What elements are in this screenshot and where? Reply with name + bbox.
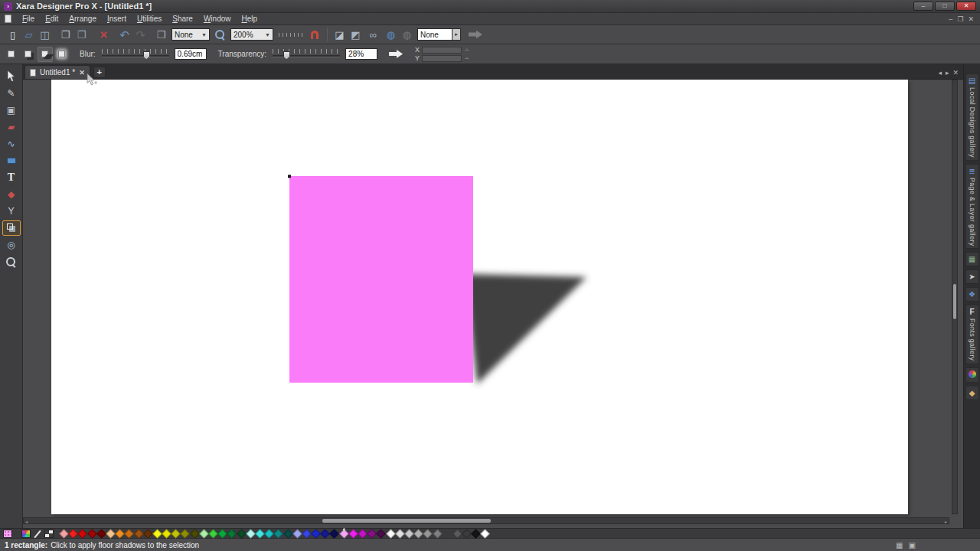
tab-untitled1[interactable]: Untitled1 * ✕: [24, 65, 90, 79]
transparency-slider-thumb[interactable]: [283, 51, 290, 60]
export-icon[interactable]: ❐: [75, 28, 88, 41]
color-swatch[interactable]: [386, 529, 396, 539]
document-page[interactable]: [51, 80, 908, 514]
color-swatch[interactable]: [433, 529, 443, 539]
color-swatch[interactable]: [181, 529, 191, 539]
mdi-minimize-icon[interactable]: –: [949, 15, 952, 24]
blur-value-field[interactable]: [175, 48, 207, 60]
color-swatch[interactable]: [283, 529, 293, 539]
shadow-mode-floor[interactable]: [38, 47, 53, 62]
maximize-button[interactable]: □: [935, 2, 955, 11]
name-gallery-tab[interactable]: ◆: [965, 386, 979, 400]
color-gallery-tab[interactable]: [965, 367, 979, 383]
save-icon[interactable]: ◫: [38, 28, 51, 41]
vertical-scrollbar-thumb[interactable]: [953, 284, 956, 319]
fonts-gallery-tab[interactable]: FFonts gallery: [965, 305, 979, 364]
menu-arrange[interactable]: Arrange: [64, 14, 102, 24]
scroll-right-icon[interactable]: ▸: [945, 519, 947, 524]
new-document-icon[interactable]: ▯: [6, 28, 19, 41]
menu-utilities[interactable]: Utilities: [132, 14, 167, 24]
no-color-swatch[interactable]: [44, 530, 54, 538]
clipart-gallery-tab[interactable]: ❖: [965, 287, 979, 302]
page-layer-gallery-tab[interactable]: ≣Page & Layer gallery: [965, 164, 979, 249]
apply-shadow-arrow-icon[interactable]: [389, 50, 403, 58]
preview-website-icon[interactable]: ◩: [349, 28, 362, 41]
color-editor-icon[interactable]: [21, 530, 31, 538]
zoom-level-dropdown[interactable]: 200% ▼: [230, 28, 273, 41]
web-properties-icon[interactable]: ◍: [384, 28, 397, 41]
color-swatch[interactable]: [78, 529, 88, 539]
shadow-mode-glow[interactable]: [54, 47, 70, 62]
selection-handle[interactable]: [288, 175, 291, 178]
snap-magnet-icon[interactable]: [311, 31, 318, 39]
selector-tool[interactable]: [2, 69, 21, 84]
apply-names-arrow-icon[interactable]: [469, 31, 482, 39]
blur-slider[interactable]: [102, 49, 169, 60]
horizontal-scrollbar-thumb[interactable]: [322, 519, 491, 523]
zoom-tool[interactable]: [2, 254, 21, 269]
link-icon[interactable]: ∞: [367, 28, 380, 41]
color-swatch[interactable]: [480, 529, 490, 539]
color-swatch[interactable]: [339, 529, 349, 539]
color-swatch[interactable]: [87, 529, 97, 539]
mdi-restore-icon[interactable]: ❐: [957, 15, 963, 24]
scroll-left-icon[interactable]: ◂: [25, 519, 28, 524]
names-dropdown[interactable]: None: [417, 28, 452, 41]
menu-share[interactable]: Share: [167, 14, 198, 24]
color-picker-icon[interactable]: [33, 530, 42, 538]
mdi-close-icon[interactable]: ✕: [968, 15, 974, 24]
floor-shadow-shape[interactable]: [465, 274, 586, 384]
zoom-loupe-icon[interactable]: [215, 30, 225, 40]
shadow-mode-wall[interactable]: [21, 47, 36, 62]
canvas-pasteboard[interactable]: ◂ ▸: [23, 80, 963, 528]
color-swatch[interactable]: [227, 529, 237, 539]
names-dropdown-button[interactable]: ▸: [452, 28, 461, 41]
minimize-button[interactable]: –: [913, 2, 933, 11]
contour-tool[interactable]: ◎: [2, 237, 21, 253]
y-position-field[interactable]: [422, 55, 462, 62]
blur-slider-thumb[interactable]: [143, 51, 150, 60]
status-grid-icon[interactable]: ▦: [896, 541, 903, 549]
status-page-icon[interactable]: ▣: [909, 541, 916, 549]
tab-close-icon[interactable]: ✕: [79, 69, 85, 77]
x-spinner[interactable]: ∸: [464, 47, 469, 54]
menu-file[interactable]: File: [17, 14, 40, 24]
freehand-tool[interactable]: ✎: [2, 86, 21, 101]
transparency-value-field[interactable]: [345, 48, 377, 60]
color-swatch[interactable]: [237, 529, 247, 539]
undo-icon[interactable]: ↶: [118, 28, 131, 41]
line-gallery-tab[interactable]: ➤: [965, 269, 979, 284]
menu-help[interactable]: Help: [236, 14, 263, 24]
current-fill-indicator[interactable]: [3, 530, 12, 538]
color-swatch[interactable]: [190, 529, 200, 539]
preview-page-icon[interactable]: ◪: [333, 28, 346, 41]
rectangle-tool[interactable]: [2, 153, 21, 168]
color-swatch[interactable]: [124, 529, 134, 539]
horizontal-scrollbar[interactable]: ◂ ▸: [23, 517, 949, 524]
publish-icon[interactable]: ◍: [400, 28, 413, 41]
shadow-tool[interactable]: [2, 220, 21, 236]
open-file-icon[interactable]: ▱: [22, 28, 35, 41]
redo-icon[interactable]: ↷: [134, 28, 147, 41]
color-swatch[interactable]: [330, 529, 340, 539]
color-swatch[interactable]: [377, 529, 387, 539]
transparency-tool[interactable]: Y: [2, 204, 21, 219]
shape-editor-tool[interactable]: ∿: [2, 136, 21, 152]
tab-bar-close-icon[interactable]: ✕: [952, 69, 959, 77]
menu-window[interactable]: Window: [198, 14, 237, 24]
shadow-mode-none[interactable]: [4, 47, 19, 62]
bitmap-gallery-tab[interactable]: ▦: [965, 252, 979, 266]
color-swatch[interactable]: [134, 529, 144, 539]
color-swatch[interactable]: [273, 529, 283, 539]
delete-icon[interactable]: ✕: [97, 28, 110, 41]
color-swatch[interactable]: [423, 529, 433, 539]
x-position-field[interactable]: [422, 47, 462, 54]
transparency-slider[interactable]: [273, 49, 340, 60]
menu-insert[interactable]: Insert: [102, 14, 132, 24]
import-icon[interactable]: ❐: [59, 28, 72, 41]
local-designs-gallery-tab[interactable]: ▤Local Designs gallery: [965, 73, 979, 161]
tab-scroll-right-icon[interactable]: ▸: [946, 69, 949, 77]
text-tool[interactable]: T: [2, 170, 21, 185]
menu-edit[interactable]: Edit: [40, 14, 64, 24]
transform-icon[interactable]: ❒: [155, 28, 168, 41]
